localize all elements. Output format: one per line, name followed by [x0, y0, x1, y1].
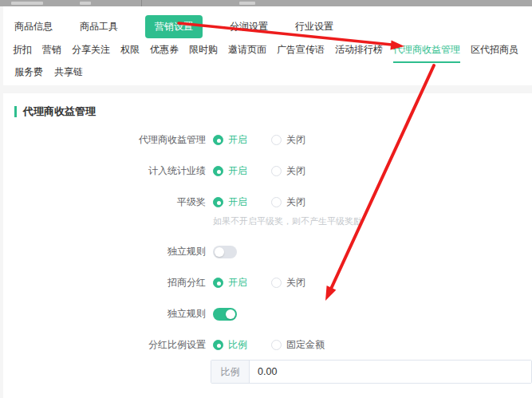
top-tab[interactable]: 商品信息: [14, 20, 53, 33]
radio-icon: [213, 166, 223, 176]
sub-tab[interactable]: 活动排行榜: [335, 43, 383, 63]
toolbar-fragment: [239, 2, 255, 5]
sub-tab[interactable]: 分享关注: [72, 43, 110, 63]
primary-tab-bar: 商品信息商品工具营销设置分润设置行业设置: [3, 6, 532, 37]
radio-icon: [271, 135, 282, 145]
radio-option[interactable]: 关闭: [271, 164, 305, 178]
section-header: 代理商收益管理: [14, 104, 532, 119]
top-tab[interactable]: 行业设置: [295, 20, 333, 33]
section-accent-bar: [14, 106, 17, 117]
sub-tab[interactable]: 营销: [42, 43, 61, 63]
form-row-controls: 开启关闭: [213, 164, 329, 178]
radio-option[interactable]: 固定金额: [271, 338, 325, 352]
radio-option[interactable]: 开启: [213, 276, 247, 290]
sub-tab[interactable]: 优惠券: [150, 43, 179, 63]
form-row: 平级奖开启关闭: [14, 195, 532, 209]
form-row-controls: [213, 308, 237, 321]
radio-icon: [213, 340, 223, 350]
form-row-label: 独立规则: [14, 245, 206, 258]
helper-text: 如果不开启平级奖，则不产生平级奖励: [213, 215, 532, 227]
ratio-input-group: 比例: [211, 360, 532, 384]
radio-option-label: 关闭: [286, 276, 305, 290]
radio-icon: [271, 340, 282, 350]
form-row-controls: 开启关闭: [213, 133, 329, 147]
form-row-controls: 开启关闭: [213, 195, 329, 209]
sub-tab[interactable]: 邀请页面: [228, 43, 266, 63]
top-tab[interactable]: 商品工具: [80, 20, 118, 33]
radio-option-label: 开启: [228, 133, 247, 147]
radio-option-label: 关闭: [286, 195, 305, 209]
tabs-card: 商品信息商品工具营销设置分润设置行业设置 折扣营销分享关注权限优惠券限时购邀请页…: [3, 6, 532, 85]
radio-option-label: 比例: [228, 338, 247, 352]
ratio-input[interactable]: [250, 361, 531, 383]
sub-tab[interactable]: 折扣: [13, 43, 32, 63]
form-row-controls: 开启关闭: [213, 276, 329, 290]
toggle-switch[interactable]: [213, 308, 237, 321]
radio-option-label: 关闭: [286, 133, 305, 147]
sub-tab[interactable]: 限时购: [189, 43, 218, 63]
radio-option[interactable]: 关闭: [271, 276, 305, 290]
form-row: 分红比例设置比例固定金额: [14, 338, 532, 352]
radio-icon: [213, 278, 223, 288]
form-row-label: 招商分红: [14, 276, 206, 290]
input-prefix-label: 比例: [211, 361, 250, 383]
form-row: 计入统计业绩开启关闭: [14, 164, 532, 178]
radio-icon: [213, 197, 223, 207]
radio-option-label: 关闭: [286, 164, 305, 178]
form-row: 独立规则: [14, 245, 532, 258]
form-row-label: 代理商收益管理: [14, 133, 206, 147]
sub-tab[interactable]: 权限: [120, 43, 140, 63]
radio-option[interactable]: 开启: [213, 164, 247, 178]
radio-option[interactable]: 开启: [213, 133, 247, 147]
form-row-label: 计入统计业绩: [14, 164, 206, 178]
form-row: 代理商收益管理开启关闭: [14, 133, 532, 147]
form-row: 招商分红开启关闭: [14, 276, 532, 290]
top-tab[interactable]: 分润设置: [230, 20, 268, 33]
form-row-controls: [213, 246, 237, 258]
toolbar-fragment: [80, 2, 91, 5]
settings-panel: 代理商收益管理 代理商收益管理开启关闭计入统计业绩开启关闭平级奖开启关闭如果不开…: [3, 93, 532, 398]
radio-icon: [271, 166, 282, 176]
radio-option[interactable]: 比例: [213, 338, 247, 352]
form-row-controls: 比例: [211, 360, 532, 384]
form-row: 独立规则: [14, 307, 532, 321]
radio-option-label: 开启: [228, 164, 247, 178]
toggle-knob: [226, 309, 235, 319]
radio-icon: [271, 197, 282, 207]
sub-tab[interactable]: 区代招商员: [471, 43, 518, 63]
radio-option[interactable]: 开启: [213, 195, 247, 209]
secondary-tab-bar-row1: 折扣营销分享关注权限优惠券限时购邀请页面广告宣传语活动排行榜代理商收益管理区代招…: [3, 37, 532, 57]
toggle-switch[interactable]: [213, 246, 237, 258]
top-tab[interactable]: 营销设置: [145, 15, 203, 38]
sub-tab[interactable]: 服务费: [14, 65, 43, 85]
radio-option-label: 开启: [228, 276, 247, 290]
form-row-label: 分红比例设置: [14, 338, 206, 352]
radio-option[interactable]: 关闭: [271, 195, 305, 209]
page-title: 代理商收益管理: [23, 104, 96, 119]
form-row: 比例: [14, 360, 532, 384]
radio-option-label: 开启: [228, 195, 247, 209]
sub-tab[interactable]: 代理商收益管理: [393, 43, 460, 63]
radio-option-label: 固定金额: [286, 338, 325, 352]
radio-icon: [213, 135, 223, 145]
radio-option[interactable]: 关闭: [271, 133, 305, 147]
clipped-top-toolbar: [0, 0, 532, 6]
form-row-label: 独立规则: [14, 307, 206, 321]
form-row-controls: 比例固定金额: [213, 338, 349, 352]
sub-tab[interactable]: 共享链: [54, 65, 83, 85]
toolbar-fragment: [11, 2, 43, 5]
toolbar-divider: [141, 0, 142, 6]
radio-icon: [271, 278, 282, 288]
toggle-knob: [215, 247, 224, 257]
form-row-label: 平级奖: [14, 195, 206, 209]
settings-form: 代理商收益管理开启关闭计入统计业绩开启关闭平级奖开启关闭如果不开启平级奖，则不产…: [14, 133, 532, 384]
sub-tab[interactable]: 广告宣传语: [277, 43, 325, 63]
